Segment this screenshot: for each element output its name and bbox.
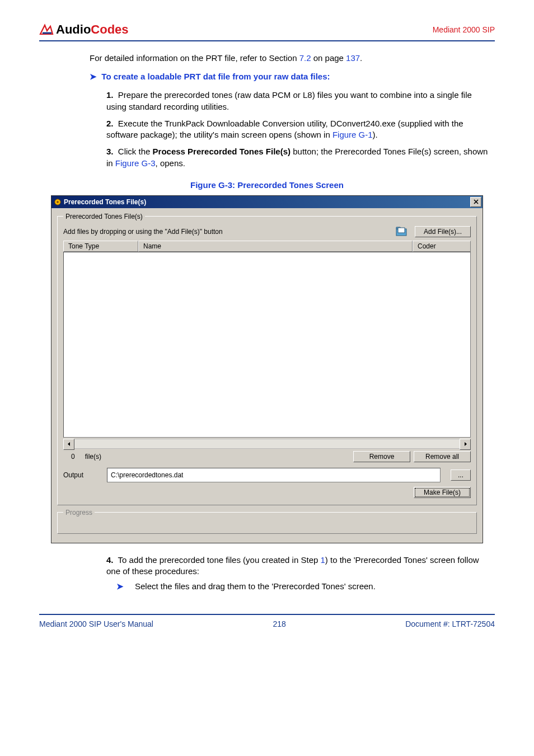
link-page-137[interactable]: 137 [346, 53, 360, 63]
gear-icon [54, 198, 62, 206]
progress-legend: Progress [63, 509, 95, 516]
output-label: Output [63, 471, 97, 479]
tones-fieldset-legend: Prerecorded Tones File(s) [63, 213, 145, 220]
page-header: AudioCodes Mediant 2000 SIP [39, 22, 495, 41]
footer-left: Mediant 2000 SIP User's Manual [39, 619, 153, 628]
column-name[interactable]: Name [138, 241, 413, 252]
footer-page-number: 218 [273, 619, 285, 628]
tones-fieldset: Prerecorded Tones File(s) Add files by d… [57, 213, 477, 505]
logo-text: AudioCodes [56, 22, 129, 37]
progress-fieldset: Progress [57, 509, 477, 534]
logo: AudioCodes [39, 22, 129, 37]
intro-paragraph: For detailed information on the PRT file… [90, 53, 489, 64]
add-files-button[interactable]: Add File(s)... [415, 226, 471, 237]
browse-button[interactable]: ... [451, 469, 471, 481]
dialog-titlebar[interactable]: Prerecorded Tones File(s) [51, 196, 483, 208]
file-list-header: Tone Type Name Coder [63, 241, 471, 252]
link-figure-g1[interactable]: Figure G-1 [332, 130, 373, 139]
file-list[interactable] [63, 252, 471, 438]
file-count-label: file(s) [85, 453, 101, 461]
link-section-7-2[interactable]: 7.2 [299, 53, 311, 63]
footer-doc-id: Document #: LTRT-72504 [405, 619, 495, 628]
dialog-title: Prerecorded Tones File(s) [64, 198, 146, 206]
prerecorded-tones-dialog: Prerecorded Tones File(s) Prerecorded To… [51, 195, 483, 543]
scroll-left-button[interactable] [63, 439, 74, 450]
close-button[interactable] [470, 197, 481, 207]
make-files-button[interactable]: Make File(s) [414, 487, 471, 498]
column-tone-type[interactable]: Tone Type [63, 241, 138, 252]
header-product: Mediant 2000 SIP [433, 25, 495, 34]
remove-button[interactable]: Remove [353, 451, 410, 462]
triangle-right-icon [463, 442, 467, 446]
step-1: 1. Prepare the prerecorded tones (raw da… [106, 90, 489, 112]
close-icon [474, 199, 479, 204]
page-footer: Mediant 2000 SIP User's Manual 218 Docum… [39, 614, 495, 628]
svg-point-1 [57, 201, 59, 203]
add-hint-text: Add files by dropping or using the "Add … [63, 228, 223, 236]
figure-caption: Figure G-3: Prerecorded Tones Screen [39, 180, 495, 190]
logo-icon [39, 23, 54, 36]
link-figure-g3[interactable]: Figure G-3 [115, 158, 156, 168]
svg-rect-3 [398, 228, 405, 233]
remove-all-button[interactable]: Remove all [414, 451, 471, 462]
folder-open-icon[interactable] [396, 226, 408, 237]
file-count-number: 0 [71, 453, 75, 461]
step-3: 3. Click the Process Prerecorded Tones F… [106, 146, 489, 169]
procedure-heading: ➤ To create a loadable PRT dat file from… [90, 72, 495, 82]
horizontal-scrollbar[interactable] [63, 439, 471, 449]
step-2: 2. Execute the TrunkPack Downloadable Co… [106, 118, 489, 141]
column-coder[interactable]: Coder [413, 241, 471, 252]
link-step-1[interactable]: 1 [320, 555, 325, 565]
scroll-right-button[interactable] [460, 439, 471, 450]
scroll-track[interactable] [74, 439, 460, 449]
bullet-arrow-icon: ➤ [116, 581, 124, 591]
step-4-bullet: ➤ Select the files and drag them to the … [116, 581, 489, 591]
triangle-left-icon [67, 442, 71, 446]
step-4: 4. To add the prerecorded tone files (yo… [106, 555, 489, 577]
output-path-input[interactable] [107, 468, 441, 482]
